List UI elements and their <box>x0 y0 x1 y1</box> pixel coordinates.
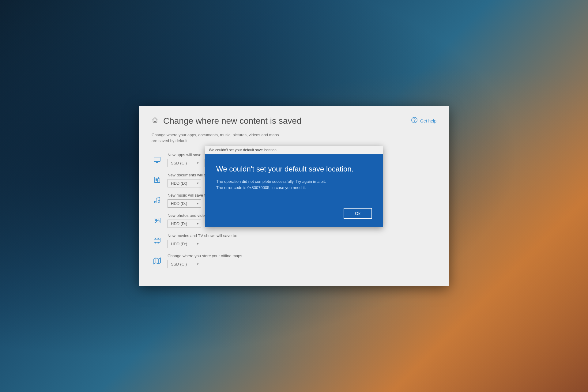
dialog-footer: Ok <box>205 208 383 227</box>
ok-button[interactable]: Ok <box>344 208 372 219</box>
dialog-message: The operation did not complete successfu… <box>216 179 372 191</box>
dialog-heading: We couldn't set your default save locati… <box>216 164 372 174</box>
error-dialog: We couldn't set your default save locati… <box>205 146 383 228</box>
dialog-overlay: We couldn't set your default save locati… <box>139 106 449 286</box>
dialog-titlebar: We couldn't set your default save locati… <box>205 146 383 154</box>
dialog-body: We couldn't set your default save locati… <box>205 154 383 209</box>
settings-window: Change where new content is saved Get he… <box>139 106 449 286</box>
